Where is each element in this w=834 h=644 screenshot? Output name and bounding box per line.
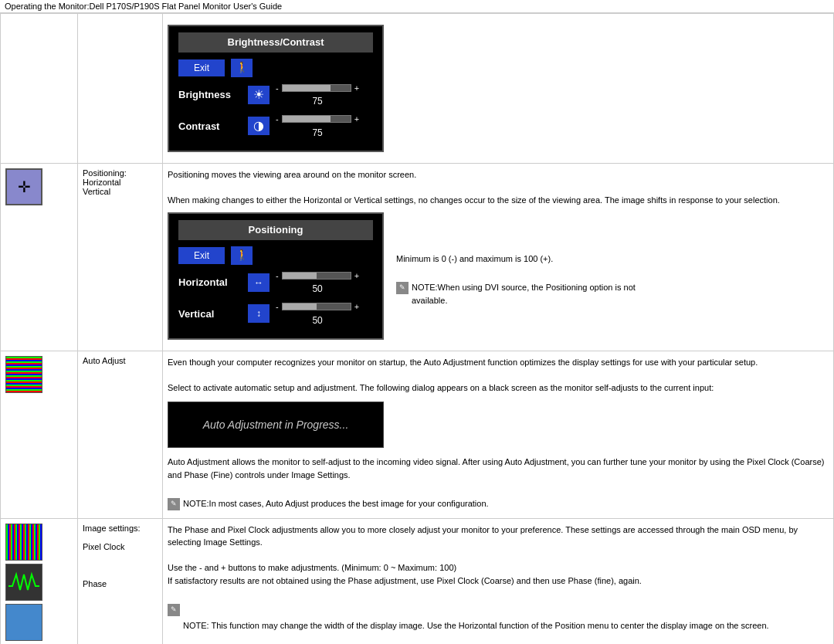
positioning-label: Positioning:HorizontalVertical (83, 168, 127, 196)
page-title: Operating the Monitor:Dell P170S/P190S F… (5, 2, 282, 11)
content-cell-autoadjust: Even though your computer recognizes you… (163, 351, 834, 518)
phase-icon (5, 604, 42, 641)
imagesettings-label1: Image settings: (83, 524, 141, 533)
label-cell-autoadjust: Auto Adjust (78, 351, 163, 518)
osd-contrast-slider[interactable]: - + 75 (276, 113, 359, 140)
autoadjust-para1: Even though your computer recognizes you… (168, 356, 829, 369)
icon-cell-autoadjust (1, 351, 78, 518)
osd-plus-icon: + (354, 82, 359, 95)
osd-exit-button[interactable]: Exit (178, 59, 225, 76)
h-minus-icon: - (276, 269, 279, 283)
osd-contrast-value: 75 (312, 126, 322, 140)
autoadjust-para3: Auto Adjustment allows the monitor to se… (168, 456, 829, 481)
positioning-intro: Positioning moves the viewing area aroun… (168, 168, 829, 181)
autoadjust-label: Auto Adjust (83, 356, 126, 365)
imagesettings-note-box: ✎ (168, 603, 829, 616)
osd-contrast-plus-icon: + (354, 113, 359, 126)
osd-pos-exit-row: Exit 🚶 (178, 246, 373, 265)
table-row: Brightness/Contrast Exit 🚶 Brightness ☀ … (1, 14, 834, 164)
osd-vertical-slider[interactable]: - + 50 (276, 300, 359, 327)
content-cell-brightness: Brightness/Contrast Exit 🚶 Brightness ☀ … (163, 14, 834, 164)
imagesettings-icon (5, 524, 42, 561)
osd-exit-icon: 🚶 (231, 59, 253, 77)
osd-brightness-label: Brightness (178, 87, 248, 103)
imagesettings-note-text: NOTE: This function may change the width… (183, 619, 829, 632)
table-row: Auto Adjust Even though your computer re… (1, 351, 834, 518)
imagesettings-label3: Phase (83, 579, 107, 588)
osd-horizontal-label: Horizontal (178, 275, 248, 290)
imagesettings-para2-detail: If satisfactory results are not obtained… (168, 575, 829, 588)
content-cell-imagesettings: The Phase and Pixel Clock adjustments al… (163, 518, 834, 644)
osd-horizontal-icon: ↔ (248, 273, 270, 292)
v-track (282, 303, 351, 310)
imagesettings-para2-label: Use the - and + buttons to make adjustme… (168, 561, 829, 575)
label-cell-positioning: Positioning:HorizontalVertical (78, 163, 163, 351)
osd-title-brightness: Brightness/Contrast (178, 32, 373, 53)
autoadjust-icon (5, 356, 42, 393)
pixelclock-icon (5, 564, 42, 601)
positioning-note-box: ✎ NOTE:When using DVI source, the Positi… (396, 281, 659, 307)
osd-row-contrast: Contrast ◑ - + 75 (178, 113, 373, 140)
h-track (282, 272, 351, 280)
note-icon: ✎ (396, 282, 409, 294)
table-row: ✛ Positioning:HorizontalVertical Positio… (1, 163, 834, 351)
v-plus-icon: + (354, 300, 359, 314)
osd-minus-icon: - (276, 82, 279, 95)
osd-vertical-icon: ↕ (248, 304, 270, 323)
osd-pos-exit-button[interactable]: Exit (178, 247, 225, 264)
osd-horizontal-value: 50 (312, 282, 322, 296)
imagesettings-para1: The Phase and Pixel Clock adjustments al… (168, 524, 829, 549)
positioning-minmax: Minimum is 0 (-) and maximum is 100 (+). (396, 253, 659, 266)
osd-contrast-icon: ◑ (248, 117, 270, 135)
osd-brightness-icon: ☀ (248, 86, 270, 104)
content-cell-positioning: Positioning moves the viewing area aroun… (163, 163, 834, 351)
label-cell-imagesettings: Image settings: Pixel Clock Phase (78, 518, 163, 644)
autoadjust-para2: Select to activate automatic setup and a… (168, 381, 829, 395)
osd-vertical-label: Vertical (178, 307, 248, 322)
icon-cell-positioning: ✛ (1, 163, 78, 351)
osd-positioning-title: Positioning (178, 220, 373, 240)
positioning-icon: ✛ (5, 168, 42, 205)
auto-adjust-dialog: Auto Adjustment in Progress... (168, 402, 384, 448)
osd-positioning: Positioning Exit 🚶 Horizontal ↔ - (168, 212, 384, 340)
osd-contrast-minus-icon: - (276, 113, 279, 126)
label-cell-brightness (78, 14, 163, 164)
icon-cell-brightness (1, 14, 78, 164)
osd-horizontal-row: Horizontal ↔ - + 50 (178, 269, 373, 297)
main-table: Brightness/Contrast Exit 🚶 Brightness ☀ … (0, 13, 834, 644)
osd-row-brightness: Brightness ☀ - + 75 (178, 82, 373, 109)
osd-row-exit: Exit 🚶 (178, 59, 373, 77)
osd-vertical-row: Vertical ↕ - + 50 (178, 300, 373, 327)
wave-svg (8, 571, 39, 594)
osd-vertical-value: 50 (312, 314, 322, 327)
positioning-detail: When making changes to either the Horizo… (168, 194, 829, 207)
osd-contrast-track (282, 115, 351, 123)
imagesettings-label2: Pixel Clock (83, 542, 124, 551)
note-icon-imagesettings: ✎ (168, 604, 180, 616)
osd-brightness-value: 75 (312, 94, 322, 108)
icon-cell-imagesettings (1, 518, 78, 644)
osd-brightness-contrast: Brightness/Contrast Exit 🚶 Brightness ☀ … (168, 25, 384, 152)
osd-contrast-label: Contrast (178, 119, 248, 134)
osd-track (282, 84, 351, 92)
top-bar: Operating the Monitor:Dell P170S/P190S F… (0, 0, 834, 13)
autoadjust-note: NOTE:In most cases, Auto Adjust produces… (183, 497, 489, 510)
autoadjust-note-box: ✎ NOTE:In most cases, Auto Adjust produc… (168, 497, 829, 510)
positioning-note: NOTE:When using DVI source, the Position… (412, 281, 659, 307)
osd-pos-exit-icon: 🚶 (231, 246, 253, 265)
h-plus-icon: + (354, 269, 359, 283)
table-row: Image settings: Pixel Clock Phase The Ph… (1, 518, 834, 644)
note-icon-autoadjust: ✎ (168, 498, 180, 510)
osd-horizontal-slider[interactable]: - + 50 (276, 269, 359, 297)
auto-adjust-text: Auto Adjustment in Progress... (203, 417, 349, 433)
v-minus-icon: - (276, 300, 279, 314)
osd-brightness-slider[interactable]: - + 75 (276, 82, 359, 109)
